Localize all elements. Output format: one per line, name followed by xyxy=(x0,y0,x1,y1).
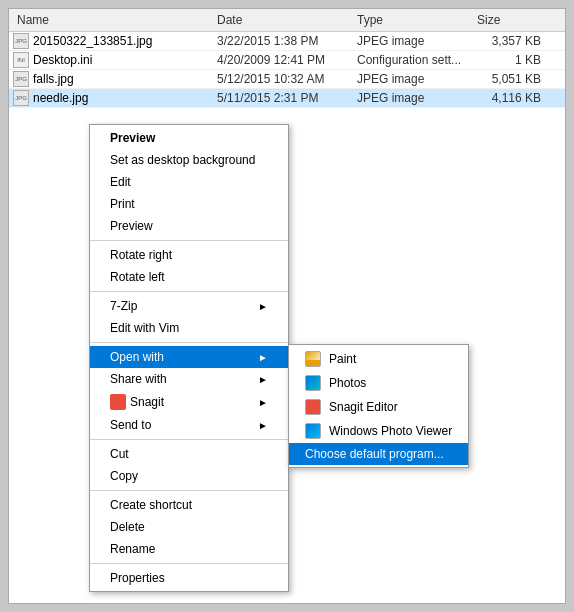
submenu-arrow-icon: ► xyxy=(258,301,268,312)
menu-item-share-with[interactable]: Share with ► xyxy=(90,368,288,390)
table-row[interactable]: INI Desktop.ini 4/20/2009 12:41 PM Confi… xyxy=(9,51,565,70)
submenu-item-choose-default[interactable]: Choose default program... xyxy=(289,443,468,465)
file-date: 5/12/2015 10:32 AM xyxy=(209,72,349,86)
snagit-menu-icon xyxy=(110,394,126,410)
file-type: JPEG image xyxy=(349,91,469,105)
menu-separator xyxy=(90,563,288,564)
file-size: 1 KB xyxy=(469,53,549,67)
menu-item-rotate-right[interactable]: Rotate right xyxy=(90,244,288,266)
menu-separator xyxy=(90,342,288,343)
menu-separator xyxy=(90,291,288,292)
menu-item-create-shortcut[interactable]: Create shortcut xyxy=(90,494,288,516)
paint-icon xyxy=(305,351,321,367)
submenu-arrow-icon: ► xyxy=(258,397,268,408)
file-name: falls.jpg xyxy=(33,72,74,86)
table-row[interactable]: JPG 20150322_133851.jpg 3/22/2015 1:38 P… xyxy=(9,32,565,51)
file-type: JPEG image xyxy=(349,34,469,48)
menu-item-copy[interactable]: Copy xyxy=(90,465,288,487)
file-date: 5/11/2015 2:31 PM xyxy=(209,91,349,105)
menu-item-edit-vim[interactable]: Edit with Vim xyxy=(90,317,288,339)
menu-item-snagit[interactable]: Snagit ► xyxy=(90,390,288,414)
menu-item-rotate-left[interactable]: Rotate left xyxy=(90,266,288,288)
submenu-arrow-icon: ► xyxy=(258,420,268,431)
open-with-submenu: Paint Photos Snagit Editor Windows Photo… xyxy=(288,344,469,468)
menu-item-7zip[interactable]: 7-Zip ► xyxy=(90,295,288,317)
snagit-editor-icon xyxy=(305,399,321,415)
file-list-header: Name Date Type Size xyxy=(9,9,565,32)
menu-separator xyxy=(90,439,288,440)
submenu-item-wpv[interactable]: Windows Photo Viewer xyxy=(289,419,468,443)
menu-item-open-with[interactable]: Open with ► Paint Photos xyxy=(90,346,288,368)
file-date: 3/22/2015 1:38 PM xyxy=(209,34,349,48)
file-name: Desktop.ini xyxy=(33,53,92,67)
submenu-item-snagit-editor[interactable]: Snagit Editor xyxy=(289,395,468,419)
file-explorer: Name Date Type Size JPG 20150322_133851.… xyxy=(8,8,566,604)
file-date: 4/20/2009 12:41 PM xyxy=(209,53,349,67)
menu-item-cut[interactable]: Cut xyxy=(90,443,288,465)
table-row[interactable]: JPG needle.jpg 5/11/2015 2:31 PM JPEG im… xyxy=(9,89,565,108)
menu-item-send-to[interactable]: Send to ► xyxy=(90,414,288,436)
col-header-name[interactable]: Name xyxy=(9,11,209,29)
menu-item-print[interactable]: Print xyxy=(90,193,288,215)
file-icon: JPG xyxy=(13,71,29,87)
file-icon: JPG xyxy=(13,33,29,49)
menu-item-rename[interactable]: Rename xyxy=(90,538,288,560)
file-type: JPEG image xyxy=(349,72,469,86)
photos-icon xyxy=(305,375,321,391)
menu-separator xyxy=(90,240,288,241)
windows-photo-viewer-icon xyxy=(305,423,321,439)
submenu-arrow-icon: ► xyxy=(258,352,268,363)
submenu-item-photos[interactable]: Photos xyxy=(289,371,468,395)
menu-item-edit[interactable]: Edit xyxy=(90,171,288,193)
file-name: 20150322_133851.jpg xyxy=(33,34,152,48)
file-size: 4,116 KB xyxy=(469,91,549,105)
file-type: Configuration sett... xyxy=(349,53,469,67)
submenu-item-paint[interactable]: Paint xyxy=(289,347,468,371)
file-icon: JPG xyxy=(13,90,29,106)
submenu-arrow-icon: ► xyxy=(258,374,268,385)
col-header-size[interactable]: Size xyxy=(469,11,549,29)
file-size: 5,051 KB xyxy=(469,72,549,86)
menu-item-preview[interactable]: Preview xyxy=(90,215,288,237)
context-menu: Preview Set as desktop background Edit P… xyxy=(89,124,289,592)
table-row[interactable]: JPG falls.jpg 5/12/2015 10:32 AM JPEG im… xyxy=(9,70,565,89)
menu-separator xyxy=(90,490,288,491)
file-size: 3,357 KB xyxy=(469,34,549,48)
file-name: needle.jpg xyxy=(33,91,88,105)
col-header-type[interactable]: Type xyxy=(349,11,469,29)
col-header-date[interactable]: Date xyxy=(209,11,349,29)
menu-item-set-desktop[interactable]: Set as desktop background xyxy=(90,149,288,171)
menu-item-preview-bold[interactable]: Preview xyxy=(90,127,288,149)
menu-item-delete[interactable]: Delete xyxy=(90,516,288,538)
file-icon: INI xyxy=(13,52,29,68)
menu-item-properties[interactable]: Properties xyxy=(90,567,288,589)
